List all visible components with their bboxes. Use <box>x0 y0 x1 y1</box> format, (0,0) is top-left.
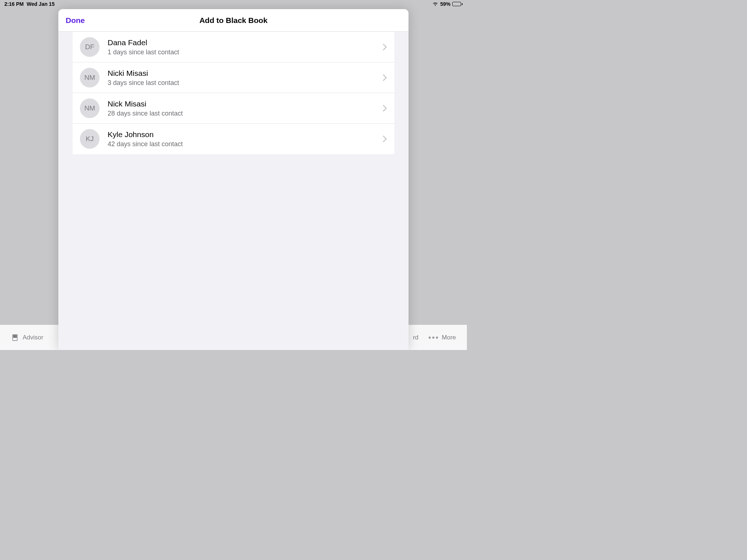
status-bar: 2:16 PM Wed Jan 15 59% <box>0 0 467 8</box>
contact-list: DF Dana Fadel 1 days since last contact … <box>73 32 394 154</box>
contact-name: Nicki Misasi <box>108 68 383 78</box>
contact-name: Nick Misasi <box>108 99 383 109</box>
contact-subtitle: 42 days since last contact <box>108 140 383 148</box>
svg-rect-1 <box>13 335 16 337</box>
contact-name: Dana Fadel <box>108 38 383 47</box>
chevron-right-icon <box>383 44 387 50</box>
avatar: NM <box>80 98 100 118</box>
avatar: DF <box>80 37 100 57</box>
avatar: KJ <box>80 129 100 149</box>
status-right: 59% <box>432 1 462 7</box>
contact-row[interactable]: DF Dana Fadel 1 days since last contact <box>73 32 394 62</box>
tab-advisor[interactable]: Advisor <box>11 334 43 342</box>
modal-title: Add to Black Book <box>200 16 268 25</box>
battery-percent: 59% <box>440 1 450 7</box>
contact-text: Nick Misasi 28 days since last contact <box>108 99 383 118</box>
chevron-right-icon <box>383 105 387 112</box>
tab-partial-label[interactable]: rd <box>413 334 418 341</box>
chevron-right-icon <box>383 136 387 142</box>
contact-text: Dana Fadel 1 days since last contact <box>108 38 383 57</box>
more-dots-icon <box>429 337 438 339</box>
contact-subtitle: 1 days since last contact <box>108 48 383 57</box>
contact-text: Nicki Misasi 3 days since last contact <box>108 68 383 87</box>
done-button[interactable]: Done <box>66 9 85 31</box>
contact-subtitle: 28 days since last contact <box>108 109 383 118</box>
battery-icon <box>452 2 462 6</box>
contact-text: Kyle Johnson 42 days since last contact <box>108 129 383 148</box>
status-time: 2:16 PM <box>4 1 24 7</box>
wifi-icon <box>432 1 438 7</box>
avatar: NM <box>80 68 100 88</box>
modal-header: Done Add to Black Book <box>58 9 409 32</box>
chevron-right-icon <box>383 74 387 81</box>
contact-subtitle: 3 days since last contact <box>108 78 383 87</box>
tab-more-label: More <box>442 334 456 341</box>
tab-more[interactable]: More <box>429 334 456 341</box>
status-left: 2:16 PM Wed Jan 15 <box>4 1 55 7</box>
status-date: Wed Jan 15 <box>27 1 55 7</box>
contact-row[interactable]: NM Nick Misasi 28 days since last contac… <box>73 93 394 124</box>
contact-row[interactable]: KJ Kyle Johnson 42 days since last conta… <box>73 124 394 154</box>
contact-name: Kyle Johnson <box>108 129 383 139</box>
modal-sheet: Done Add to Black Book DF Dana Fadel 1 d… <box>58 9 409 350</box>
contact-row[interactable]: NM Nicki Misasi 3 days since last contac… <box>73 62 394 93</box>
tab-advisor-label: Advisor <box>23 334 43 341</box>
